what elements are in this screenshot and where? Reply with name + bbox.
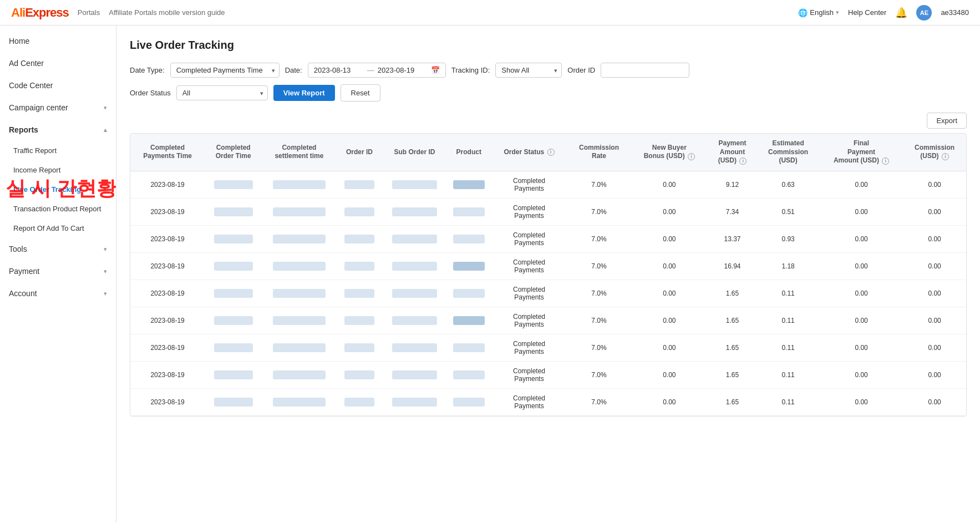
cell-sub-order-id — [382, 171, 446, 198]
sidebar-item-code-center-label: Code Center — [9, 81, 53, 90]
sidebar-item-payment[interactable]: Payment ▾ — [0, 260, 116, 282]
sidebar-sub-income-report[interactable]: Income Report — [0, 160, 116, 180]
cell-commission-usd: 0.00 — [903, 307, 966, 334]
cell-date: 2023-08-19 — [130, 171, 205, 198]
top-header: AliExpress Portals Affiliate Portals mob… — [0, 0, 980, 26]
cell-new-buyer-bonus: 0.00 — [631, 334, 708, 361]
cell-commission-rate: 7.0% — [567, 388, 631, 415]
cell-final-payment-amount: 0.00 — [820, 361, 903, 388]
date-range-picker[interactable]: — 📅 — [308, 63, 446, 78]
table-row: 2023-08-19CompletedPayments7.0%0.0013.37… — [130, 225, 966, 252]
cell-date: 2023-08-19 — [130, 334, 205, 361]
avatar[interactable]: AE — [916, 5, 932, 21]
cell-order-status: CompletedPayments — [491, 388, 567, 415]
cell-final-payment-amount: 0.00 — [820, 307, 903, 334]
cell-product — [447, 334, 491, 361]
cell-final-payment-amount: 0.00 — [820, 198, 903, 225]
username[interactable]: ae33480 — [941, 8, 969, 17]
help-center-link[interactable]: Help Center — [848, 8, 886, 17]
cell-order-status: CompletedPayments — [491, 361, 567, 388]
sidebar-item-account[interactable]: Account ▾ — [0, 282, 116, 304]
cell-commission-rate: 7.0% — [567, 307, 631, 334]
cell-final-payment-amount: 0.00 — [820, 334, 903, 361]
sidebar-item-reports[interactable]: Reports ▴ — [0, 119, 116, 141]
cell-order-status: CompletedPayments — [491, 252, 567, 280]
cell-date: 2023-08-19 — [130, 252, 205, 280]
live-order-tracking-label: Live Order Tracking — [13, 185, 81, 194]
cell-settlement-time — [262, 252, 336, 280]
filter-row-1: Date Type: Completed Payments Time Compl… — [130, 63, 967, 78]
table-row: 2023-08-19CompletedPayments7.0%0.009.120… — [130, 171, 966, 198]
col-completed-order-time: CompletedOrder Time — [205, 134, 262, 171]
cell-payment-amount: 16.94 — [708, 252, 756, 280]
sidebar-sub-traffic-report[interactable]: Traffic Report — [0, 141, 116, 160]
order-id-label: Order ID — [567, 66, 595, 74]
table-row: 2023-08-19CompletedPayments7.0%0.001.650… — [130, 280, 966, 307]
avatar-initials: AE — [920, 9, 928, 16]
tracking-id-select[interactable]: Show All — [495, 63, 562, 78]
cell-date: 2023-08-19 — [130, 198, 205, 225]
table-row: 2023-08-19CompletedPayments7.0%0.001.650… — [130, 334, 966, 361]
cell-sub-order-id — [382, 307, 446, 334]
sidebar-item-campaign-center[interactable]: Campaign center ▾ — [0, 97, 116, 119]
sidebar-sub-report-add-to-cart[interactable]: Report Of Add To Cart — [0, 219, 116, 238]
cell-new-buyer-bonus: 0.00 — [631, 280, 708, 307]
cell-order-time — [205, 252, 262, 280]
cell-order-time — [205, 334, 262, 361]
cell-payment-amount: 7.34 — [708, 198, 756, 225]
logo[interactable]: AliExpress — [11, 6, 69, 20]
view-report-button[interactable]: View Report — [273, 85, 335, 101]
order-id-input[interactable] — [601, 63, 689, 78]
cell-new-buyer-bonus: 0.00 — [631, 252, 708, 280]
portals-link[interactable]: Portals — [78, 8, 100, 17]
cell-settlement-time — [262, 388, 336, 415]
chevron-down-icon: ▾ — [104, 268, 107, 275]
sidebar-item-tools[interactable]: Tools ▾ — [0, 238, 116, 260]
cell-commission-usd: 0.00 — [903, 280, 966, 307]
page-title: Live Order Tracking — [130, 39, 967, 52]
cell-settlement-time — [262, 307, 336, 334]
cell-settlement-time — [262, 334, 336, 361]
sidebar-sub-live-order-tracking[interactable]: Live Order Tracking — [0, 180, 116, 199]
calendar-icon[interactable]: 📅 — [431, 66, 440, 74]
guide-link[interactable]: Affiliate Portals mobile version guide — [109, 8, 225, 17]
cell-estimated-commission: 0.11 — [756, 361, 820, 388]
col-order-status: Order Status i — [491, 134, 567, 171]
order-status-info-icon[interactable]: i — [547, 149, 555, 156]
cell-order-status: CompletedPayments — [491, 171, 567, 198]
date-type-select[interactable]: Completed Payments Time Completed Order … — [170, 63, 280, 78]
sidebar-item-ad-center[interactable]: Ad Center — [0, 52, 116, 74]
order-status-select[interactable]: All Completed Payments Pending Cancelled — [176, 85, 268, 100]
cell-commission-usd: 0.00 — [903, 171, 966, 198]
date-to-input[interactable] — [378, 66, 428, 74]
notification-icon[interactable]: 🔔 — [895, 7, 907, 19]
reset-button[interactable]: Reset — [341, 84, 380, 101]
sidebar-item-payment-label: Payment — [9, 267, 39, 276]
filter-row-2: Order Status All Completed Payments Pend… — [130, 84, 967, 101]
table-row: 2023-08-19CompletedPayments7.0%0.001.650… — [130, 307, 966, 334]
payment-amount-info-icon[interactable]: i — [739, 158, 747, 165]
cell-payment-amount: 1.65 — [708, 361, 756, 388]
new-buyer-bonus-info-icon[interactable]: i — [688, 153, 695, 160]
language-selector[interactable]: 🌐 English ▾ — [798, 8, 839, 17]
income-report-label: Income Report — [13, 166, 60, 174]
table-row: 2023-08-19CompletedPayments7.0%0.001.650… — [130, 361, 966, 388]
final-payment-info-icon[interactable]: i — [882, 158, 889, 165]
cell-final-payment-amount: 0.00 — [820, 225, 903, 252]
export-button[interactable]: Export — [927, 113, 967, 129]
cell-settlement-time — [262, 225, 336, 252]
cell-commission-rate: 7.0% — [567, 225, 631, 252]
cell-commission-usd: 0.00 — [903, 252, 966, 280]
sidebar-item-home[interactable]: Home — [0, 30, 116, 52]
cell-product — [447, 171, 491, 198]
cell-new-buyer-bonus: 0.00 — [631, 307, 708, 334]
sidebar-sub-transaction-product-report[interactable]: Transaction Product Report — [0, 199, 116, 219]
commission-usd-info-icon[interactable]: i — [942, 153, 949, 160]
date-from-input[interactable] — [314, 66, 364, 74]
chevron-up-icon: ▴ — [104, 126, 107, 134]
sidebar-item-code-center[interactable]: Code Center — [0, 74, 116, 97]
chevron-down-icon: ▾ — [104, 246, 107, 253]
cell-payment-amount: 1.65 — [708, 280, 756, 307]
sidebar-item-account-label: Account — [9, 289, 37, 298]
cell-commission-rate: 7.0% — [567, 361, 631, 388]
